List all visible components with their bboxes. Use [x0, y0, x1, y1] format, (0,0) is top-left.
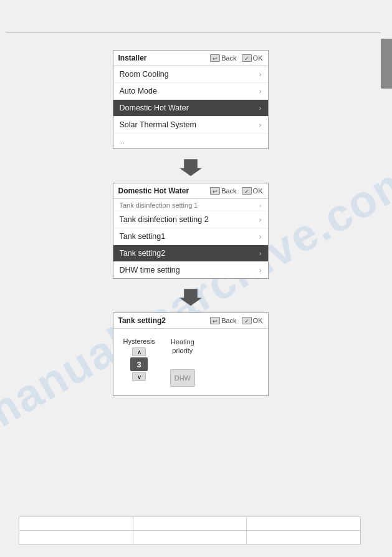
chevron-icon: ›	[259, 104, 262, 112]
hysteresis-stepper: ∧ 3 ∨	[130, 347, 148, 381]
dhw-row-tank-setting1[interactable]: Tank setting1 ›	[113, 228, 268, 245]
installer-panel-title: Installer	[118, 54, 147, 62]
heating-priority-label: Heating priority	[171, 337, 194, 356]
row-label: Tank setting1	[120, 232, 166, 241]
tank-setting2-title: Tank setting2	[118, 316, 166, 325]
row-label: Domestic Hot Water	[120, 104, 189, 112]
up-arrow-icon: ∧	[137, 349, 141, 356]
main-content: Installer ↩ Back ✓ OK Room Cooling › Aut…	[0, 37, 381, 557]
dhw-back-label: Back	[221, 187, 236, 195]
chevron-icon: ›	[259, 87, 262, 95]
chevron-icon: ›	[259, 266, 262, 274]
installer-row-domestic-hot-water[interactable]: Domestic Hot Water ›	[113, 100, 268, 117]
tank-ok-label: OK	[253, 317, 263, 324]
ok-icon: ✓	[242, 54, 252, 62]
dhw-priority-btn[interactable]: DHW	[170, 369, 195, 387]
chevron-icon: ›	[259, 70, 262, 78]
back-icon: ↩	[210, 317, 220, 324]
arrow-down-icon-1	[179, 155, 202, 177]
dhw-panel-title: Domestic Hot Water	[118, 186, 189, 195]
tank-columns: Hysteresis ∧ 3 ∨ Heating priority	[123, 337, 195, 387]
dhw-row-disinfection-1[interactable]: Tank disinfection setting 1 ›	[113, 199, 268, 211]
tank-setting2-panel: Tank setting2 ↩ Back ✓ OK Hysteresis	[113, 312, 269, 396]
stepper-value-display: 3	[130, 357, 148, 371]
ok-icon: ✓	[242, 187, 252, 195]
hysteresis-label: Hysteresis	[123, 337, 155, 345]
tank-body: Hysteresis ∧ 3 ∨ Heating priority	[113, 329, 268, 395]
dhw-row-disinfection-2[interactable]: Tank disinfection setting 2 ›	[113, 211, 268, 228]
dhw-ok-btn[interactable]: ✓ OK	[242, 187, 263, 195]
svg-marker-1	[179, 289, 202, 306]
dhw-panel-header: Domestic Hot Water ↩ Back ✓ OK	[113, 183, 268, 199]
row-truncated: ...	[120, 137, 125, 145]
dhw-row-dhw-time-setting[interactable]: DHW time setting ›	[113, 262, 268, 278]
arrow-down-1	[178, 154, 203, 178]
row-label: Tank setting2	[120, 249, 166, 258]
stepper-up-btn[interactable]: ∧	[132, 347, 146, 356]
dhw-panel-controls: ↩ Back ✓ OK	[210, 187, 262, 195]
dhw-back-btn[interactable]: ↩ Back	[210, 187, 236, 195]
chevron-icon: ›	[259, 216, 262, 223]
installer-row-more: ...	[113, 133, 268, 148]
row-label: Solar Thermal System	[120, 120, 196, 129]
installer-panel: Installer ↩ Back ✓ OK Room Cooling › Aut…	[113, 50, 269, 149]
tank-setting2-back-btn[interactable]: ↩ Back	[210, 317, 236, 324]
tank-back-label: Back	[221, 317, 236, 324]
installer-row-solar-thermal[interactable]: Solar Thermal System ›	[113, 117, 268, 133]
tank-setting2-header: Tank setting2 ↩ Back ✓ OK	[113, 313, 268, 329]
hysteresis-column: Hysteresis ∧ 3 ∨	[123, 337, 155, 381]
arrow-down-icon-2	[179, 284, 202, 307]
installer-back-label: Back	[221, 54, 236, 62]
tank-setting2-controls: ↩ Back ✓ OK	[210, 317, 262, 324]
installer-ok-btn[interactable]: ✓ OK	[242, 54, 263, 62]
dhw-row-tank-setting2[interactable]: Tank setting2 ›	[113, 245, 268, 262]
installer-row-room-cooling[interactable]: Room Cooling ›	[113, 66, 268, 83]
chevron-icon: ›	[259, 121, 262, 128]
ok-icon: ✓	[242, 317, 252, 324]
arrow-down-2	[178, 284, 203, 308]
chevron-icon: ›	[259, 233, 262, 240]
down-arrow-icon: ∨	[137, 374, 141, 380]
domestic-hot-water-panel: Domestic Hot Water ↩ Back ✓ OK Tank disi…	[113, 183, 269, 279]
svg-marker-0	[179, 159, 202, 176]
installer-panel-controls: ↩ Back ✓ OK	[210, 54, 262, 62]
chevron-icon: ›	[259, 201, 262, 209]
back-icon: ↩	[210, 54, 220, 62]
dhw-label: DHW	[174, 374, 191, 382]
installer-panel-header: Installer ↩ Back ✓ OK	[113, 51, 268, 66]
row-label: DHW time setting	[120, 266, 180, 274]
installer-row-auto-mode[interactable]: Auto Mode ›	[113, 83, 268, 100]
row-label: Tank disinfection setting 1	[120, 201, 198, 209]
heating-priority-column: Heating priority DHW	[170, 337, 195, 387]
stepper-down-btn[interactable]: ∨	[132, 372, 146, 381]
installer-back-btn[interactable]: ↩ Back	[210, 54, 236, 62]
installer-ok-label: OK	[253, 54, 263, 62]
chevron-icon: ›	[259, 249, 262, 257]
row-label: Auto Mode	[120, 87, 157, 95]
row-label: Room Cooling	[120, 70, 169, 79]
top-rule	[6, 32, 381, 33]
tank-setting2-ok-btn[interactable]: ✓ OK	[242, 317, 263, 324]
row-label: Tank disinfection setting 2	[120, 215, 209, 224]
right-sidebar-tab	[381, 39, 392, 89]
back-icon: ↩	[210, 187, 220, 195]
dhw-ok-label: OK	[253, 187, 263, 195]
